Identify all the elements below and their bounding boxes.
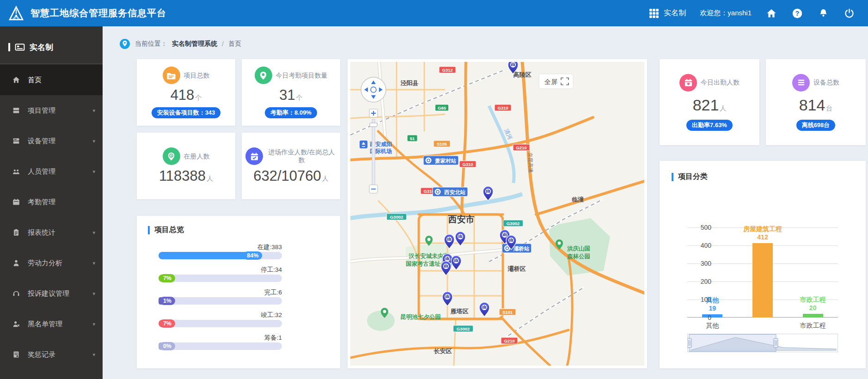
logout-power-icon[interactable] — [843, 7, 855, 19]
chart-bar-label: 市政工程20 — [785, 295, 841, 312]
stat-card-unit: 人 — [207, 175, 213, 182]
breadcrumb-prefix: 当前位置： — [135, 40, 167, 48]
username: yanshi1 — [727, 9, 752, 17]
stat-card-unit: 个 — [195, 94, 202, 101]
stat-card-registered-count: 在册人数118388人 — [137, 133, 235, 199]
stat-card-value: 821人 — [693, 96, 727, 114]
title-accent-bar — [672, 173, 673, 181]
overview-bar-label: 完工:6 — [159, 288, 282, 297]
sidebar-item-home[interactable]: 首页 — [0, 65, 103, 95]
stat-card-badge: 离线698台 — [796, 120, 836, 131]
road-shield-label: G3002 — [390, 214, 403, 220]
sidebar-item-report-stats[interactable]: 报表统计▾ — [0, 217, 103, 248]
main-content: 当前位置： 实名制管理系统 / 首页 项目总数418个安装设备项目数：343今日… — [103, 26, 868, 379]
map-canvas[interactable]: 泾阳县高陵区临潼灞桥区雁塔区长安区西安市清河京昆高速G312G65G310S10… — [350, 62, 644, 366]
chevron-down-icon: ▾ — [92, 108, 95, 114]
attendance-mgmt-icon — [12, 198, 20, 206]
road-shield-label: G210 — [504, 338, 514, 343]
reward-records-icon — [12, 350, 20, 359]
road-shield-label: G65 — [438, 105, 446, 110]
overview-bar-percent: 7% — [159, 319, 175, 328]
help-icon[interactable]: ? — [791, 7, 803, 19]
stat-card-value: 632/10760人 — [253, 168, 329, 184]
sidebar: 实名制 首页项目管理▾设备管理▾人员管理▾考勤管理报表统计▾劳动力分析▾投诉建议… — [0, 26, 103, 379]
overview-bar-percent: 1% — [159, 297, 175, 305]
y-tick-label: 300 — [691, 260, 711, 267]
x-tick-label: 市政工程 — [785, 322, 841, 330]
project-mgmt-icon — [12, 106, 20, 115]
sidebar-item-attendance-mgmt[interactable]: 考勤管理 — [0, 187, 103, 217]
overview-bar-track: 1% — [159, 297, 282, 305]
app-switcher[interactable]: 实名制 — [648, 7, 686, 19]
sidebar-item-complaint-mgmt[interactable]: 投诉建议管理▾ — [0, 278, 103, 309]
chevron-down-icon: ▾ — [92, 169, 95, 175]
map-fullscreen-button[interactable]: 全屏 — [539, 74, 573, 89]
sidebar-item-label: 设备管理 — [28, 137, 55, 146]
overview-bar-label: 在建:383 — [159, 243, 282, 252]
datazoom-selection[interactable] — [689, 335, 776, 352]
sidebar-header: 实名制 — [0, 33, 103, 61]
sidebar-item-label: 报表统计 — [28, 228, 55, 237]
project-total-icon — [163, 67, 180, 84]
stat-card-badge: 安装设备项目数：343 — [152, 107, 221, 118]
station-label: 萧家村站 — [435, 158, 457, 164]
overview-bar-percent: 7% — [159, 274, 175, 282]
datazoom-right-handle[interactable] — [774, 338, 778, 348]
station-label: 西安北站 — [444, 190, 466, 195]
chart-bar-房屋建筑工程 — [752, 243, 773, 318]
sidebar-item-label: 项目管理 — [28, 106, 55, 115]
x-tick-label: 其他 — [685, 322, 740, 330]
sidebar-item-device-mgmt[interactable]: 设备管理▾ — [0, 126, 103, 156]
breadcrumb-current[interactable]: 首页 — [228, 40, 241, 48]
chevron-down-icon: ▾ — [92, 260, 95, 266]
stat-card-value: 31个 — [279, 87, 302, 104]
report-stats-icon — [12, 228, 20, 237]
overview-bar-percent: 0% — [159, 342, 175, 350]
stat-card-unit: 人 — [322, 175, 329, 182]
road-shield-label: S105 — [437, 141, 447, 147]
chevron-down-icon: ▾ — [92, 352, 95, 358]
park-label: 森林公园 — [567, 253, 590, 260]
labor-analysis-icon — [12, 259, 20, 267]
district-label: 高陵区 — [513, 71, 532, 78]
blacklist-mgmt-icon — [12, 320, 20, 328]
project-overview-panel: 项目总览 在建:38384%停工:347%完工:61%竣工:327%筹备:10% — [137, 216, 340, 368]
overview-bar-row: 完工:61% — [159, 288, 282, 311]
sidebar-item-project-mgmt[interactable]: 项目管理▾ — [0, 95, 103, 126]
y-tick-label: 500 — [691, 224, 711, 231]
datazoom-left-handle[interactable] — [687, 338, 691, 348]
today-attendance-projects-icon — [255, 67, 272, 84]
overview-bar-track: 7% — [159, 320, 282, 327]
stat-card-title: 今日出勤人数 — [701, 79, 740, 86]
chevron-down-icon: ▾ — [92, 291, 95, 297]
location-pin-icon — [119, 38, 130, 49]
overview-bar-percent: 84% — [243, 251, 262, 260]
road-shield-label: 51 — [410, 136, 415, 141]
sidebar-item-label: 首页 — [28, 76, 42, 85]
airport-icon — [360, 141, 367, 148]
overview-bar-label: 筹备:1 — [159, 333, 282, 342]
chart-datazoom-slider[interactable] — [687, 334, 838, 352]
sidebar-item-labor-analysis[interactable]: 劳动力分析▾ — [0, 248, 103, 278]
stat-card-title: 在册人数 — [184, 153, 210, 160]
sidebar-item-label: 黑名单管理 — [28, 320, 62, 329]
district-label: 灞桥区 — [507, 265, 526, 272]
sidebar-title: 实名制 — [30, 42, 53, 53]
park-label: 昆明池七夕公园 — [400, 314, 441, 320]
overview-bar-row: 竣工:327% — [159, 311, 282, 333]
district-label: 临潼 — [572, 196, 584, 203]
chevron-down-icon: ▾ — [92, 230, 95, 236]
home-icon[interactable] — [765, 7, 777, 19]
park-label: 洪庆山国 — [567, 245, 590, 252]
notification-bell-icon[interactable] — [817, 7, 829, 19]
sidebar-item-personnel-mgmt[interactable]: 人员管理▾ — [0, 156, 103, 187]
sidebar-item-reward-records[interactable]: 奖惩记录▾ — [0, 339, 103, 370]
map-compass-control[interactable] — [361, 77, 386, 102]
top-navigation-bar: 智慧工地综合管理服务信息平台 实名制 欢迎您：yanshi1 ? — [0, 0, 868, 26]
breadcrumb-root[interactable]: 实名制管理系统 — [172, 40, 217, 48]
sidebar-item-label: 投诉建议管理 — [28, 289, 69, 298]
sidebar-item-blacklist-mgmt[interactable]: 黑名单管理▾ — [0, 309, 103, 339]
registered-count-icon — [163, 147, 180, 165]
road-shield-label: G310 — [462, 162, 473, 167]
brand: 智慧工地综合管理服务信息平台 — [0, 6, 166, 21]
